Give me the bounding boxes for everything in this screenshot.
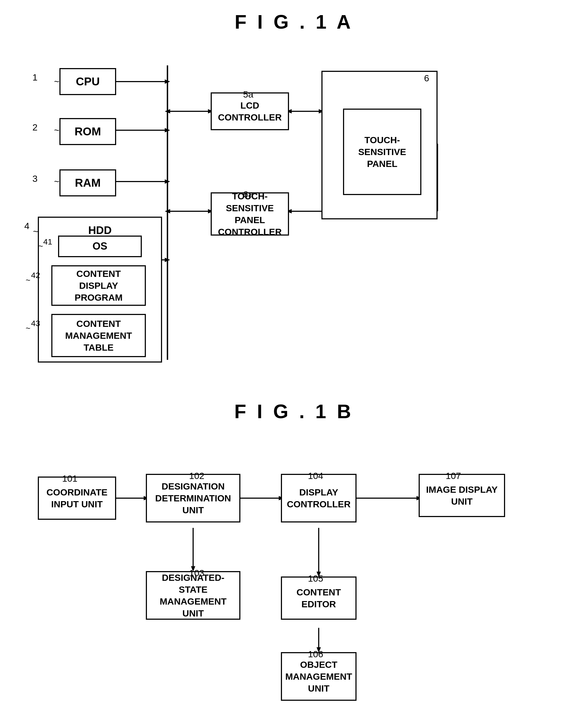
os-ref: 41	[43, 237, 52, 246]
cmt-box: CONTENT MANAGEMENT TABLE	[51, 314, 146, 357]
svg-marker-6	[165, 128, 170, 132]
omu-box: OBJECT MANAGEMENT UNIT	[281, 652, 357, 701]
os-box: OS	[58, 236, 142, 257]
cmt-ref: 43	[31, 319, 40, 328]
cdp-ref: 42	[31, 271, 40, 280]
fig1b-diagram: COORDINATE INPUT UNIT 101 DESIGNATION DE…	[16, 439, 572, 704]
dsmu-ref: 103	[189, 568, 204, 578]
tsp-ref: 6	[424, 73, 429, 83]
svg-marker-15	[165, 109, 170, 113]
idu-box: IMAGE DISPLAY UNIT	[419, 474, 505, 517]
rom-ref: 2	[33, 122, 38, 133]
tsp-box: TOUCH- SENSITIVE PANEL	[343, 109, 421, 195]
dc-box: DISPLAY CONTROLLER	[281, 474, 357, 522]
cdp-box: CONTENT DISPLAY PROGRAM	[51, 265, 146, 306]
dc-ref: 104	[308, 471, 323, 481]
ram-ref: 3	[33, 173, 38, 184]
svg-marker-3	[165, 79, 170, 84]
cpu-ref: 1	[33, 72, 38, 83]
idu-ref: 107	[446, 471, 461, 481]
ram-box: RAM	[59, 169, 116, 196]
ce-ref: 105	[308, 573, 323, 584]
hdd-ref: 4	[24, 221, 30, 231]
ddu-box: DESIGNATION DETERMINATION UNIT	[146, 474, 240, 522]
svg-marker-9	[165, 179, 170, 184]
rom-box: ROM	[59, 118, 116, 145]
dsmu-box: DESIGNATED- STATE MANAGEMENT UNIT	[146, 571, 240, 620]
svg-marker-18	[165, 209, 170, 214]
fig1a-diagram: CPU 1 ~ ROM 2 ~ RAM 3 ~ HDD 4 ~ OS 41 ~ …	[16, 49, 572, 373]
fig1a-title: F I G . 1 A	[16, 11, 572, 33]
ciu-ref: 101	[62, 473, 77, 484]
ddu-ref: 102	[189, 471, 204, 481]
lcd-ctrl-ref: 5a	[243, 89, 253, 100]
tsp-ctrl-ref: 6a	[243, 189, 253, 200]
fig1b-title: F I G . 1 B	[16, 400, 572, 422]
omu-ref: 106	[308, 649, 323, 659]
svg-marker-12	[165, 258, 170, 262]
cpu-box: CPU	[59, 68, 116, 95]
